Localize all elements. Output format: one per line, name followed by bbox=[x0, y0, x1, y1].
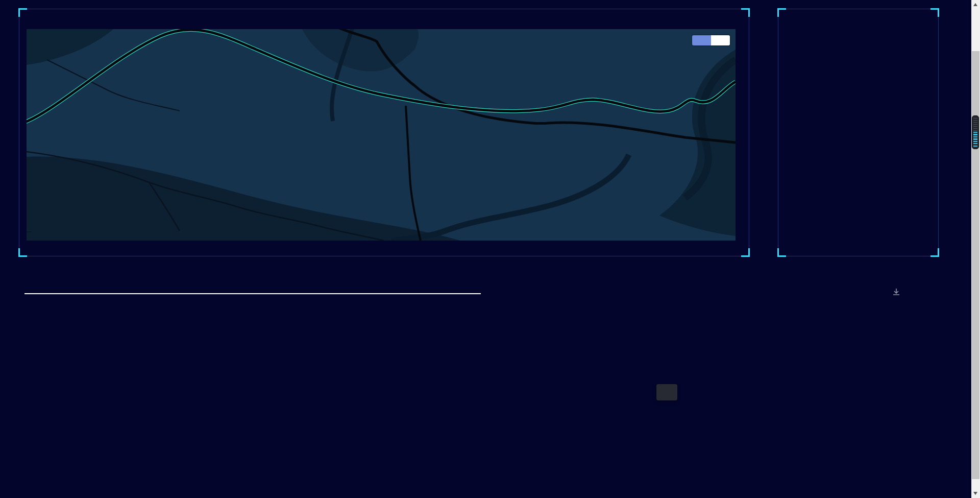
scrollbar-down-arrow[interactable] bbox=[973, 492, 977, 495]
map-type-mixed-button[interactable] bbox=[711, 35, 730, 45]
corner-accent bbox=[18, 248, 27, 257]
chart-tooltip bbox=[656, 384, 677, 400]
corner-accent bbox=[18, 8, 27, 17]
map-type-toggle bbox=[692, 35, 730, 45]
scrollbar-up-arrow[interactable] bbox=[973, 3, 977, 6]
download-icon[interactable] bbox=[892, 288, 901, 299]
status-table-header bbox=[24, 278, 481, 294]
corner-accent bbox=[930, 248, 939, 257]
stats-line-chart[interactable] bbox=[551, 306, 909, 483]
tooltip-series-dot bbox=[663, 392, 668, 396]
device-location-panel bbox=[19, 9, 749, 256]
corner-accent bbox=[777, 248, 786, 257]
device-status-section bbox=[24, 271, 481, 294]
map-roads-layer bbox=[27, 29, 736, 241]
corner-accent bbox=[777, 8, 786, 17]
scroll-indicator-gray-stripes bbox=[973, 118, 977, 131]
stats-chart-area[interactable] bbox=[551, 306, 909, 483]
dashboard-root bbox=[0, 0, 980, 498]
map-type-map-button[interactable] bbox=[692, 35, 711, 45]
corner-accent bbox=[741, 8, 750, 17]
baidu-map[interactable] bbox=[27, 29, 736, 241]
corner-accent bbox=[741, 248, 750, 257]
scroll-indicator-cyan-stripes bbox=[973, 132, 977, 147]
page-scrollbar[interactable] bbox=[971, 0, 980, 498]
scroll-indicator-widget bbox=[972, 115, 979, 149]
map-copyright bbox=[27, 231, 32, 232]
device-address-panel bbox=[778, 9, 939, 256]
corner-accent bbox=[930, 8, 939, 17]
